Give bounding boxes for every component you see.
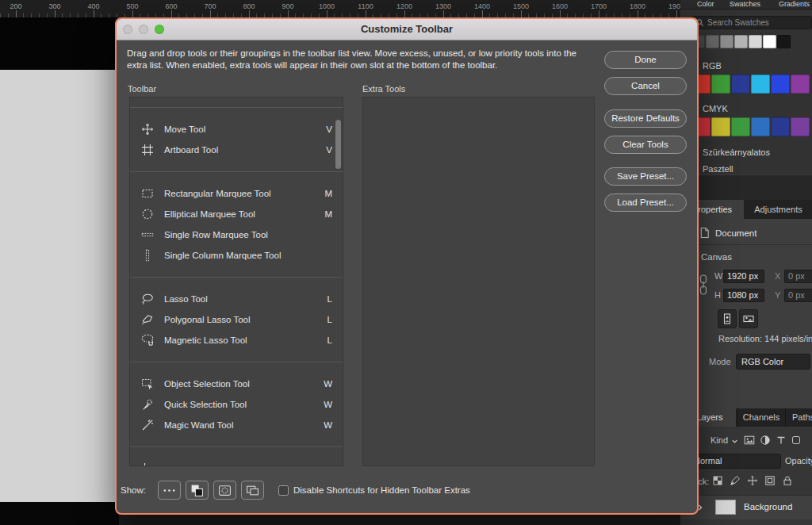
- tab-color[interactable]: Color: [697, 0, 714, 8]
- ruler-label: 1000: [319, 2, 335, 10]
- width-field[interactable]: 1920 px: [723, 270, 764, 283]
- tool-row-polygonal-lasso-tool[interactable]: Polygonal Lasso ToolL: [130, 309, 343, 330]
- search-swatches-input[interactable]: Search Swatches: [691, 16, 812, 29]
- mode-select[interactable]: RGB Color: [736, 354, 810, 370]
- load-preset-button[interactable]: Load Preset...: [604, 194, 687, 212]
- dialog-titlebar[interactable]: Customize Toolbar: [117, 19, 697, 40]
- color-swatch[interactable]: [720, 35, 733, 48]
- tool-shortcut: W: [324, 400, 332, 409]
- x-field[interactable]: 0 px: [784, 270, 812, 283]
- color-swatch[interactable]: [711, 117, 730, 136]
- tool-name: Artboard Tool: [164, 145, 324, 155]
- color-swatch[interactable]: [711, 75, 730, 94]
- tool-row-lasso-tool[interactable]: Lasso ToolL: [130, 289, 343, 309]
- tool-row-move-tool[interactable]: Move ToolV: [130, 119, 343, 140]
- tool-row-quick-selection-tool[interactable]: Quick Selection ToolW: [130, 394, 343, 415]
- color-swatch[interactable]: [731, 117, 750, 136]
- color-swatch[interactable]: [771, 117, 790, 136]
- layer-row-background[interactable]: Background: [680, 495, 812, 519]
- swatch-group-label: RGB: [703, 61, 722, 71]
- color-swatch[interactable]: [749, 35, 762, 48]
- cancel-button[interactable]: Cancel: [604, 77, 687, 95]
- toolbar-tool-list: Move ToolVArtboard ToolVRectangular Marq…: [129, 97, 343, 466]
- tool-row-magnetic-lasso-tool[interactable]: Magnetic Lasso ToolL: [130, 330, 343, 351]
- fg-bg-colors-icon: [190, 484, 204, 497]
- tool-shortcut: V: [324, 145, 332, 155]
- tool-row-single-column-marquee-tool[interactable]: Single Column Marquee Tool: [130, 245, 343, 266]
- tool-row-elliptical-marquee-tool[interactable]: Elliptical Marquee ToolM: [130, 204, 343, 224]
- swatch-group-grayscale[interactable]: Szürkeárnyalatos: [691, 147, 770, 158]
- move-icon: [141, 123, 154, 136]
- lock-all-icon[interactable]: [782, 475, 793, 486]
- height-field[interactable]: 1080 px: [723, 289, 764, 302]
- color-swatch[interactable]: [771, 75, 790, 94]
- tool-row-single-row-marquee-tool[interactable]: Single Row Marquee Tool: [130, 224, 343, 245]
- tool-row-magic-wand-tool[interactable]: Magic Wand ToolW: [130, 415, 343, 435]
- tool-row-crop-tool[interactable]: Crop ToolC: [130, 458, 343, 466]
- magnetic-lasso-icon: [141, 334, 154, 347]
- tab-gradients[interactable]: Gradients: [779, 0, 810, 8]
- lock-transparency-icon[interactable]: [712, 475, 723, 486]
- filter-shape-icon[interactable]: [791, 435, 802, 446]
- toolbar-extras-menu-button[interactable]: [158, 481, 181, 500]
- clear-tools-button[interactable]: Clear Tools: [604, 136, 687, 154]
- swatch-group-label: Pasztell: [703, 164, 733, 174]
- disable-shortcuts-checkbox[interactable]: [278, 485, 289, 496]
- tab-swatches[interactable]: Swatches: [730, 0, 760, 8]
- y-field[interactable]: 0 px: [784, 289, 812, 302]
- ruler-label: 1500: [513, 2, 529, 10]
- divider: [680, 244, 812, 245]
- screen-mode-button[interactable]: [241, 481, 264, 500]
- tab-paths[interactable]: Paths: [785, 408, 812, 427]
- filter-type-icon[interactable]: [776, 435, 787, 446]
- color-swatch[interactable]: [751, 117, 770, 136]
- blend-mode-select[interactable]: Normal: [687, 454, 781, 469]
- ruler-label: 1100: [358, 2, 373, 10]
- quick-mask-button[interactable]: [213, 481, 236, 500]
- color-swatch[interactable]: [777, 35, 791, 48]
- filter-image-icon[interactable]: [744, 435, 755, 446]
- link-dimensions-icon[interactable]: [699, 271, 708, 298]
- tool-row-rectangular-marquee-tool[interactable]: Rectangular Marquee ToolM: [130, 183, 343, 204]
- width-label: W: [714, 271, 722, 281]
- filter-adjustment-icon[interactable]: [760, 435, 771, 446]
- color-swatch[interactable]: [791, 75, 810, 94]
- lock-pixels-icon[interactable]: [730, 475, 741, 486]
- document-canvas: [0, 70, 119, 502]
- layer-thumbnail: [715, 500, 736, 515]
- swatches-panel-tabbar: Color Swatches Gradients: [680, 0, 812, 10]
- restore-defaults-button[interactable]: Restore Defaults: [604, 109, 687, 128]
- tab-adjustments[interactable]: Adjustments: [745, 200, 812, 219]
- artboard-icon: [141, 144, 154, 156]
- opacity-label: Opacity:: [785, 456, 812, 466]
- ruler-label: 700: [204, 2, 216, 10]
- ruler-label: 900: [282, 2, 293, 10]
- tab-channels[interactable]: Channels: [737, 408, 785, 427]
- ruler-label: 200: [10, 2, 21, 10]
- lock-nesting-icon[interactable]: [764, 475, 776, 486]
- landscape-orientation-icon: [742, 312, 755, 325]
- color-swatch[interactable]: [791, 117, 810, 136]
- color-swatch[interactable]: [751, 75, 770, 94]
- color-swatch[interactable]: [731, 75, 750, 94]
- color-swatch[interactable]: [706, 35, 719, 48]
- color-swatch[interactable]: [734, 35, 748, 48]
- kind-filter-label[interactable]: Kind: [710, 435, 728, 445]
- chevron-down-icon: [731, 438, 738, 445]
- tool-row-object-selection-tool[interactable]: Object Selection ToolW: [130, 374, 343, 394]
- color-swatch[interactable]: [763, 35, 776, 48]
- quick-mask-icon: [218, 484, 232, 497]
- orientation-portrait-button[interactable]: [718, 309, 737, 328]
- tool-group: Rectangular Marquee ToolMElliptical Marq…: [130, 171, 343, 277]
- tool-name: Quick Selection Tool: [164, 400, 324, 409]
- show-buttons-group: [158, 481, 264, 500]
- done-button[interactable]: Done: [604, 51, 687, 69]
- lock-position-icon[interactable]: [747, 475, 758, 486]
- ruler-label: 1400: [474, 2, 490, 10]
- extra-tools-column-label: Extra Tools: [362, 84, 405, 94]
- color-controls-button[interactable]: [186, 481, 209, 500]
- save-preset-button[interactable]: Save Preset...: [604, 167, 687, 186]
- tool-row-artboard-tool[interactable]: Artboard ToolV: [130, 140, 343, 160]
- orientation-landscape-button[interactable]: [739, 309, 758, 328]
- toolbar-list-scrollbar[interactable]: [335, 120, 341, 169]
